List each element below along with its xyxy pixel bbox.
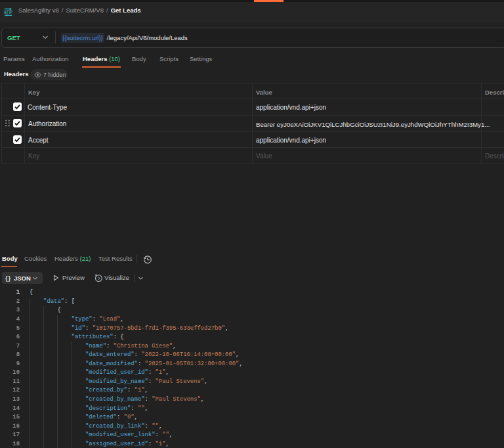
- svg-text:HTTP: HTTP: [4, 10, 12, 14]
